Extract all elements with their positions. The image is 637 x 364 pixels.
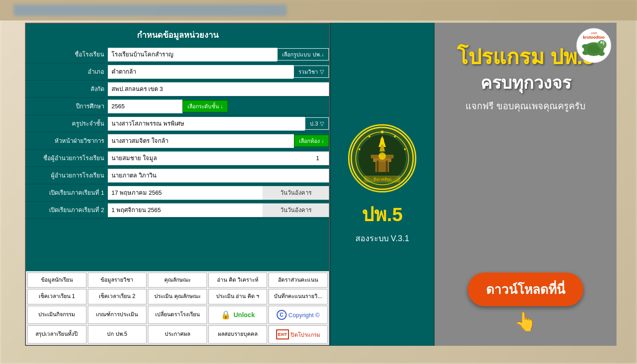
emblem-svg: สิ่งแวดล้อม [350,126,414,190]
btn-score-ratio[interactable]: อัตราส่วนคะแนน [268,273,328,288]
label-dept: สังกัด [26,82,108,96]
promo-desc: แจกฟรี ขอบคุณเพจคุณครูครับ [465,99,586,113]
btn-characteristics[interactable]: คุณลักษณะ [148,273,207,288]
btn-attendance1[interactable]: เช็คเวลาเรียน 1 [27,289,86,304]
value-year: 2565 [108,100,182,113]
value-room-num: 1 [306,152,329,165]
btn-exam-result[interactable]: ผลสอบรายบุคคล [208,325,268,344]
value-district: คำตากล้า [108,65,293,79]
exit-icon: EXIT [276,329,289,339]
btn-select-room[interactable]: เลือกห้อง ↓ [294,135,329,147]
svg-point-8 [379,152,386,160]
right-panel: krutoodtoo .com ครู โปรแกรม ปพ.5 ครบทุกว… [435,23,617,346]
cursor-icon: 👆 [514,311,537,332]
emblem-panel: สิ่งแวดล้อม ปพ.5 สองระบบ V.3.1 [330,23,435,346]
form-row-school: ชื่อโรงเรียน โรงเรียนบ้านโคกสำราญ เลือกร… [26,46,329,63]
logo-svg: krutoodtoo .com ครู [576,27,612,64]
form-area: ชื่อโรงเรียน โรงเรียนบ้านโคกสำราญ เลือกร… [26,46,329,271]
btn-announce[interactable]: ประกาศผล [148,325,207,344]
form-row-academic: หัวหน้าฝ่ายวิชาการ นางสาวสมจิตร ใจกล้า เ… [26,132,329,150]
promo-logo: krutoodtoo .com ครู [576,27,612,64]
label-academic: หัวหน้าฝ่ายวิชาการ [26,134,108,147]
label-teacher: ครูประจำชั้น [26,117,108,130]
btn-attendance2[interactable]: เช็คเวลาเรียน 2 [88,289,147,304]
value-academic: นางสาวสมจิตร ใจกล้า [108,134,294,148]
form-row-director2: ผู้อำนวยการโรงเรียน นายภาตล วิภาวิน [26,167,329,184]
form-row-sem2: เปิดเรียนภาคเรียนที่ 2 1 พฤศจิกายน 2565 … [26,202,329,219]
btn-annual-summary[interactable]: สรุปเวลาเรียนทั้งปี [27,325,86,344]
btn-combined-subject[interactable]: รวมวิชา ▽ [293,66,329,78]
value-director: นายสมชาย ใจมูล [108,152,306,165]
left-panel: กำหนดข้อมูลหน่วยงาน ชื่อโรงเรียน โรงเรีย… [25,23,330,346]
svg-text:krutoodtoo: krutoodtoo [583,35,605,40]
svg-point-24 [598,51,605,56]
svg-text:สิ่งแวดล้อม: สิ่งแวดล้อม [374,177,391,182]
label-director2: ผู้อำนวยการโรงเรียน [26,169,108,182]
value-teacher: นางสาวโสภาพรรณ พรพิเศษ [108,117,305,131]
svg-point-18 [404,148,406,150]
value-director2: นายภาตล วิภาวิน [108,169,329,182]
panel-header: กำหนดข้อมูลหน่วยงาน [26,24,329,46]
label-sem1: เปิดเรียนภาคเรียนที่ 1 [26,186,108,199]
svg-rect-12 [377,161,379,172]
btn-cover[interactable]: ปก ปพ.5 [88,325,147,344]
svg-text:.com: .com [590,31,597,35]
btn-eval-criteria[interactable]: เกณฑ์การประเมิน [88,306,147,324]
svg-point-17 [359,148,360,150]
panel-title: กำหนดข้อมูลหน่วยงาน [137,30,218,40]
lock-icon: 🔒 [221,310,231,320]
top-bar-content [14,5,287,16]
button-grid: ข้อมูลนักเรียน ข้อมูลรายวิชา คุณลักษณะ อ… [26,271,329,345]
svg-text:ครู: ครู [600,40,605,45]
btn-student-info[interactable]: ข้อมูลนักเรียน [27,273,86,288]
svg-point-11 [380,137,384,145]
value-day2: วันวันอังคาร [263,203,329,217]
btn-unlock[interactable]: 🔒 Unlock [208,306,268,324]
form-row-director: ชื่อผู้อำนวยการโรงเรียน นายสมชาย ใจมูล 1 [26,150,329,167]
form-row-year: ปีการศึกษา 2565 เลือกระดับชั้น ↓ [26,98,329,115]
btn-report-format[interactable]: เลือกรูปแบบ ปพ.↓ [277,48,329,61]
top-bar [0,0,637,20]
copyright-circle-icon: C [277,310,287,320]
emblem-subtitle: สองระบบ V.3.1 [355,232,409,245]
value-sem2: 1 พฤศจิกายน 2565 [108,203,263,217]
svg-point-15 [369,136,370,137]
label-sem2: เปิดเรียนภาคเรียนที่ 2 [26,203,108,217]
btn-copyright[interactable]: C Copyright © [268,306,328,324]
value-sem1: 17 พฤษภาคม 2565 [108,186,263,200]
label-school: ชื่อโรงเรียน [26,48,108,61]
btn-read-think[interactable]: อ่าน คิด วิเคราะห์ [208,273,268,288]
svg-rect-13 [386,161,388,172]
btn-select-level[interactable]: เลือกระดับชั้น ↓ [182,100,228,112]
form-row-sem1: เปิดเรียนภาคเรียนที่ 1 17 พฤษภาคม 2565 ว… [26,184,329,202]
dropdown-arrow-teacher: ▽ [320,121,324,127]
value-school: โรงเรียนบ้านโคกสำราญ [108,48,277,61]
btn-subject-info[interactable]: ข้อมูลรายวิชา [88,273,147,288]
svg-point-25 [587,45,600,54]
svg-point-14 [381,131,384,133]
form-row-teacher: ครูประจำชั้น นางสาวโสภาพรรณ พรพิเศษ ป.3 … [26,115,329,132]
btn-change-logo[interactable]: เปลี่ยนตราโรงเรียน [148,306,207,324]
promo-content: โปรแกรม ปพ.5 ครบทุกวงจร แจกฟรี ขอบคุณเพจ… [457,32,594,113]
form-row-dept: สังกัด สพป.สกลนคร เขต 3 [26,81,329,98]
btn-eval-characteristics[interactable]: ประเมิน คุณลักษณะ [148,289,207,304]
download-button[interactable]: ดาวน์โหลดที่นี่ [468,273,583,306]
promo-title: โปรแกรม ปพ.5 [457,46,594,69]
btn-eval-read[interactable]: ประเมิน อ่าน คิด ฯ [208,289,268,304]
svg-point-16 [394,136,396,137]
promo-subtitle: ครบทุกวงจร [480,69,571,96]
main-container: กำหนดข้อมูลหน่วยงาน ชื่อโรงเรียน โรงเรีย… [25,23,617,346]
btn-record-score[interactable]: บันทึกคะแนนรายวิ... [268,289,328,304]
emblem-title: ปพ.5 [362,199,403,229]
form-row-district: อำเภอ คำตากล้า รวมวิชา ▽ [26,63,329,81]
value-dept: สพป.สกลนคร เขต 3 [108,82,329,96]
dropdown-arrow-district: ▽ [320,69,324,75]
download-section: ดาวน์โหลดที่นี่ 👆 [468,263,583,332]
btn-class-level[interactable]: ป.3 ▽ [305,117,329,130]
label-director: ชื่อผู้อำนวยการโรงเรียน [26,152,108,165]
school-emblem: สิ่งแวดล้อม [348,124,416,192]
btn-eval-activity[interactable]: ประเมินกิจกรรม [27,306,86,324]
value-day1: วันวันอังคาร [263,186,329,200]
label-district: อำเภอ [26,65,108,78]
btn-exit[interactable]: EXIT ปิดโปรแกรม [268,325,328,344]
